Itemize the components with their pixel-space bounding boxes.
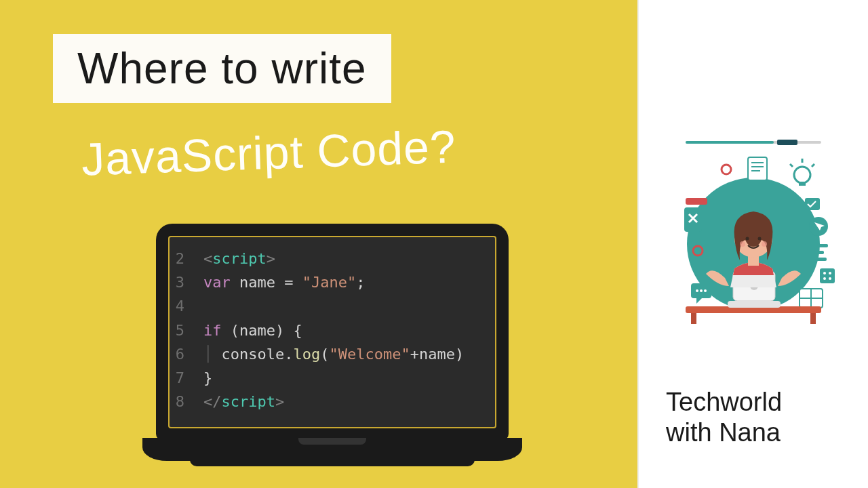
svg-rect-18: [805, 258, 827, 261]
svg-rect-35: [728, 301, 781, 308]
line-content: <script>: [197, 247, 275, 270]
brand-name: Techworld with Nana: [666, 387, 782, 449]
svg-rect-16: [805, 244, 828, 247]
hero-panel: Where to write JavaScript Code? 2<script…: [0, 0, 637, 488]
title-box: Where to write: [53, 34, 391, 103]
chat-icon: [691, 283, 711, 304]
subtitle-text: JavaScript Code?: [81, 119, 457, 185]
laptop-notch: [298, 438, 366, 445]
svg-point-27: [700, 289, 703, 292]
laptop-feet: [190, 460, 475, 466]
svg-point-28: [704, 289, 707, 292]
svg-rect-8: [799, 182, 806, 186]
code-editor: 2<script>3var name = "Jane";45if (name) …: [168, 236, 496, 428]
grid-icon: [800, 289, 823, 308]
code-line: 7}: [170, 366, 495, 390]
line-number: 8: [170, 390, 197, 413]
brand-line-1: Techworld: [666, 387, 782, 418]
laptop-illustration: 2<script>3var name = "Jane";45if (name) …: [142, 224, 522, 474]
svg-point-4: [794, 167, 810, 183]
brand-line-2: with Nana: [666, 418, 782, 449]
lightbulb-icon: [790, 159, 814, 186]
code-line: 5if (name) {: [170, 319, 495, 342]
line-content: if (name) {: [197, 319, 302, 342]
svg-marker-25: [696, 298, 702, 304]
svg-rect-19: [820, 268, 835, 283]
line-content: │ console.log("Welcome"+name): [197, 342, 464, 366]
line-content: var name = "Jane";: [197, 270, 365, 294]
svg-line-7: [790, 164, 793, 167]
svg-rect-17: [805, 251, 824, 254]
line-number: 6: [170, 342, 197, 366]
document-icon: [748, 157, 767, 180]
lines-icon: [805, 244, 828, 261]
code-line: 4: [170, 294, 495, 318]
x-card-icon: [684, 207, 702, 232]
code-line: 3var name = "Jane";: [170, 270, 495, 294]
laptop-base: [142, 438, 522, 461]
svg-point-21: [829, 277, 831, 280]
svg-point-39: [746, 237, 749, 241]
svg-point-41: [740, 241, 745, 247]
dice-icon: [820, 268, 835, 283]
svg-point-23: [829, 272, 831, 274]
svg-rect-32: [691, 313, 696, 324]
svg-rect-2: [777, 140, 797, 145]
nana-illustration: [658, 136, 848, 325]
line-number: 4: [170, 294, 197, 318]
line-content: [197, 294, 203, 318]
line-number: 5: [170, 319, 197, 342]
cursor-icon: [809, 217, 828, 236]
laptop-screen-frame: 2<script>3var name = "Jane";45if (name) …: [156, 224, 509, 441]
line-content: </script>: [197, 390, 284, 413]
svg-rect-9: [748, 157, 767, 180]
code-line: 6│ console.log("Welcome"+name): [170, 342, 495, 366]
svg-point-26: [696, 289, 698, 292]
svg-point-22: [823, 277, 826, 280]
svg-point-40: [758, 237, 762, 241]
gear-icon: [722, 165, 731, 174]
svg-point-42: [762, 241, 767, 247]
checkbox-icon: [805, 198, 820, 210]
line-number: 2: [170, 247, 197, 270]
line-number: 7: [170, 366, 197, 390]
sidebar-panel: Techworld with Nana: [637, 0, 868, 488]
line-number: 3: [170, 270, 197, 294]
code-line: 8</script>: [170, 390, 495, 413]
line-content: }: [197, 366, 212, 390]
bar-icon: [686, 198, 707, 205]
title-text: Where to write: [77, 44, 367, 93]
code-line: 2<script>: [170, 247, 495, 270]
svg-point-20: [823, 272, 826, 274]
svg-rect-1: [686, 141, 774, 144]
svg-line-6: [812, 164, 814, 167]
svg-rect-33: [810, 313, 816, 324]
